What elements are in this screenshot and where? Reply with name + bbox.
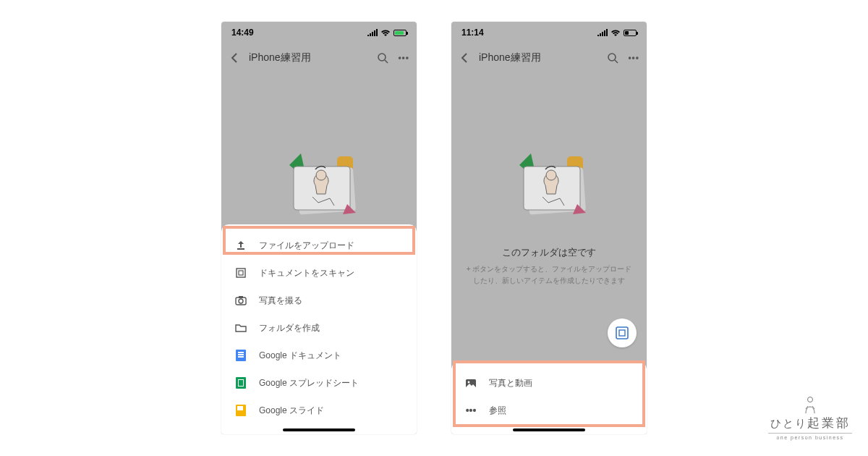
svg-rect-10 — [239, 271, 243, 275]
phone-right: 11:14 iPhone練習用 ••• — [451, 22, 647, 434]
sheet-item-upload[interactable]: ファイルをアップロード — [221, 232, 417, 259]
sheet-item-label: ドキュメントをスキャン — [259, 267, 354, 279]
folder-header: iPhone練習用 ••• — [451, 43, 647, 72]
google-doc-icon — [234, 349, 247, 362]
sheet-item-browse[interactable]: ••• 参照 — [451, 397, 647, 424]
sheet-item-label: 写真を撮る — [259, 295, 302, 307]
logo-text: ひとり起業部 — [768, 415, 852, 431]
wifi-icon — [380, 29, 391, 36]
action-sheet: ファイルをアップロード ドキュメントをスキャン 写真を撮る フォルダを作成 Go… — [221, 224, 417, 434]
folder-icon — [234, 321, 247, 334]
folder-title: iPhone練習用 — [479, 51, 599, 64]
svg-rect-13 — [239, 296, 243, 298]
scan-icon — [234, 266, 247, 279]
photos-icon — [464, 376, 477, 389]
more-icon[interactable]: ••• — [628, 53, 639, 63]
brand-logo: ひとり起業部 one person business — [768, 396, 852, 440]
folder-title: iPhone練習用 — [249, 51, 369, 64]
logo-figure-icon — [802, 396, 818, 415]
sheet-item-folder[interactable]: フォルダを作成 — [221, 314, 417, 342]
logo-subtitle: one person business — [768, 433, 852, 440]
svg-point-26 — [808, 397, 813, 402]
sheet-item-gsheet[interactable]: Google スプレッドシート — [221, 369, 417, 397]
sheet-item-label: Google スライド — [259, 405, 324, 417]
google-sheet-icon — [234, 376, 247, 389]
sheet-item-scan[interactable]: ドキュメントをスキャン — [221, 259, 417, 287]
camera-icon — [234, 294, 247, 307]
battery-charging-icon — [393, 30, 407, 36]
sheet-item-photos[interactable]: 写真と動画 — [451, 369, 647, 397]
home-indicator — [283, 428, 355, 431]
status-icons — [367, 29, 407, 36]
svg-rect-9 — [237, 269, 245, 277]
back-icon[interactable] — [229, 51, 242, 64]
sheet-item-label: Google スプレッドシート — [259, 377, 359, 389]
sheet-item-label: ファイルをアップロード — [259, 240, 354, 252]
sheet-item-gslide[interactable]: Google スライド — [221, 397, 417, 424]
sheet-item-label: 参照 — [489, 405, 506, 417]
scan-icon — [615, 326, 629, 340]
sheet-item-label: 写真と動画 — [489, 377, 532, 389]
search-icon[interactable] — [606, 51, 619, 64]
sheet-item-label: Google ドキュメント — [259, 350, 341, 362]
battery-low-icon — [624, 30, 637, 36]
status-time: 14:49 — [231, 28, 254, 38]
more-icon[interactable]: ••• — [398, 53, 409, 63]
browse-icon: ••• — [464, 404, 477, 417]
svg-line-15 — [615, 60, 618, 63]
status-bar: 11:14 — [451, 22, 647, 43]
empty-illustration — [502, 145, 596, 224]
svg-point-25 — [468, 381, 470, 384]
empty-subtitle: + ボタンをタップすると、ファイルをアップロードしたり、新しいアイテムを作成した… — [466, 263, 632, 287]
sheet-item-camera[interactable]: 写真を撮る — [221, 287, 417, 314]
scan-fab[interactable] — [608, 318, 637, 347]
folder-header: iPhone練習用 ••• — [221, 43, 417, 72]
status-time: 11:14 — [461, 28, 484, 38]
google-slide-icon — [234, 404, 247, 417]
wifi-icon — [610, 29, 621, 36]
signal-icon — [367, 29, 378, 36]
svg-point-0 — [378, 54, 386, 61]
svg-point-14 — [608, 54, 616, 61]
sheet-item-gdoc[interactable]: Google ドキュメント — [221, 342, 417, 369]
signal-icon — [597, 29, 608, 36]
svg-point-6 — [316, 170, 326, 180]
svg-point-12 — [239, 299, 243, 303]
svg-line-1 — [385, 60, 388, 63]
status-icons — [597, 29, 637, 36]
search-icon[interactable] — [376, 51, 389, 64]
svg-rect-23 — [619, 330, 625, 336]
sheet-item-label: フォルダを作成 — [259, 322, 320, 334]
upload-icon — [234, 239, 247, 252]
upload-sheet: 写真と動画 ••• 参照 — [451, 362, 647, 434]
home-indicator — [513, 428, 585, 431]
empty-title: このフォルダは空です — [466, 246, 632, 259]
svg-rect-8 — [237, 248, 244, 250]
back-icon[interactable] — [459, 51, 472, 64]
empty-state-text: このフォルダは空です + ボタンをタップすると、ファイルをアップロードしたり、新… — [451, 246, 647, 287]
svg-point-20 — [546, 170, 556, 180]
status-bar: 14:49 — [221, 22, 417, 43]
svg-rect-22 — [616, 327, 628, 339]
empty-illustration — [272, 145, 366, 224]
phone-left: 14:49 iPhone練習用 ••• — [221, 22, 417, 434]
